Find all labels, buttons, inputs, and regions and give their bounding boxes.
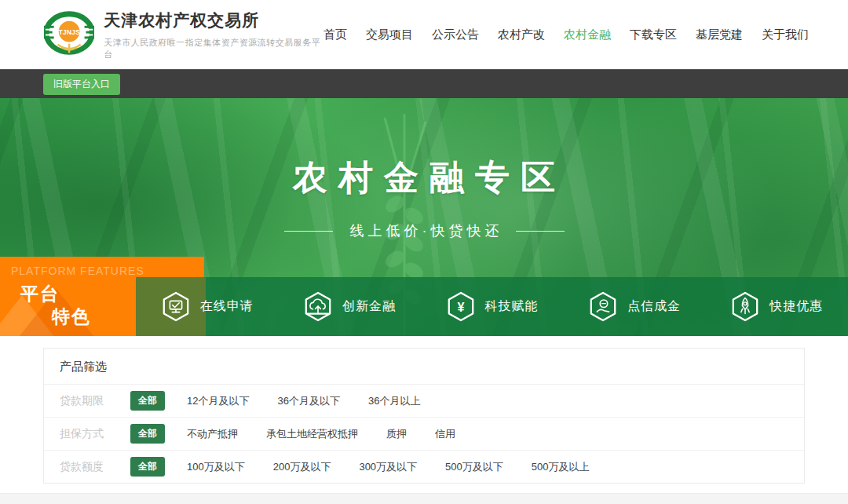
subtitle-left-rule <box>284 231 333 232</box>
tech-empowerment-icon: ¥ <box>446 290 476 323</box>
filter-card-title: 产品筛选 <box>44 349 804 384</box>
filter-all-button[interactable]: 全部 <box>130 457 165 477</box>
product-filter-card: 产品筛选 贷款期限 全部 12个月及以下 36个月及以下 36个月以上 担保方式… <box>43 348 805 484</box>
subtitle-right-rule <box>516 231 565 232</box>
filter-option[interactable]: 36个月以上 <box>368 394 420 408</box>
brand-text: 天津农村产权交易所 天津市人民政府唯一指定集体资产资源流转交易服务平台 <box>104 9 323 60</box>
feature-label: 点信成金 <box>627 298 681 315</box>
filter-option[interactable]: 500万及以上 <box>532 460 590 474</box>
topbar: 旧版平台入口 <box>0 69 848 98</box>
logo-abbr: TJNJS <box>58 28 79 36</box>
nav-item-rural-finance[interactable]: 农村金融 <box>564 27 611 42</box>
filter-option[interactable]: 承包土地经营权抵押 <box>266 427 358 441</box>
filter-all-button[interactable]: 全部 <box>130 424 165 444</box>
yen-glyph: ¥ <box>457 300 464 314</box>
nav-item-announcements[interactable]: 公示公告 <box>432 27 479 42</box>
site-header: TJNJS 天津农村产权交易所 天津市人民政府唯一指定集体资产资源流转交易服务平… <box>0 0 848 69</box>
feature-label: 科技赋能 <box>485 298 539 315</box>
page: TJNJS 天津农村产权交易所 天津市人民政府唯一指定集体资产资源流转交易服务平… <box>0 0 848 504</box>
nav-item-download-zone[interactable]: 下载专区 <box>630 27 677 42</box>
filter-row-label: 贷款期限 <box>60 394 116 408</box>
main-nav: 首页 交易项目 公示公告 农村产改 农村金融 下载专区 基层党建 关于我们 <box>323 27 809 42</box>
feature-label: 在线申请 <box>200 298 254 315</box>
hero-title: 农村金融专区 <box>0 98 848 201</box>
feature-innovative-finance[interactable]: 创新金融 <box>278 277 420 336</box>
feature-label: 快捷优惠 <box>769 298 823 315</box>
filter-row-guarantee-method: 担保方式 全部 不动产抵押 承包土地经营权抵押 质押 信用 <box>44 417 804 450</box>
filter-row-loan-term: 贷款期限 全部 12个月及以下 36个月及以下 36个月以上 <box>44 384 804 417</box>
feature-label: 创新金融 <box>342 298 396 315</box>
filter-option[interactable]: 36个月及以下 <box>277 394 339 408</box>
filter-row-label: 担保方式 <box>60 427 116 441</box>
filter-option[interactable]: 300万及以下 <box>359 460 417 474</box>
platform-features-eyebrow: PLATFORM FEATURES <box>11 265 144 277</box>
nav-item-home[interactable]: 首页 <box>323 27 347 42</box>
quick-discount-icon <box>730 290 760 323</box>
online-apply-icon <box>161 290 191 323</box>
filter-option[interactable]: 质押 <box>386 427 407 441</box>
innovative-finance-icon <box>303 290 333 323</box>
hero-subtitle-row: 线上低价·快贷快还 <box>0 221 848 240</box>
hero-banner: 农村金融专区 线上低价·快贷快还 PLATFORM FEATURES 平台 特色 <box>0 98 848 336</box>
nav-item-rural-reform[interactable]: 农村产改 <box>498 27 545 42</box>
features-title-line2: 特色 <box>52 305 91 329</box>
filter-option[interactable]: 200万及以下 <box>273 460 331 474</box>
feature-quick-discount[interactable]: 快捷优惠 <box>706 277 848 336</box>
filter-option[interactable]: 不动产抵押 <box>187 427 238 441</box>
old-platform-entry-button[interactable]: 旧版平台入口 <box>43 74 120 95</box>
hero-subtitle: 线上低价·快贷快还 <box>350 221 503 240</box>
footer-strip <box>0 493 848 504</box>
filter-row-label: 贷款额度 <box>60 460 116 474</box>
feature-tech-empowerment[interactable]: ¥ 科技赋能 <box>421 277 563 336</box>
filter-option[interactable]: 100万及以下 <box>187 460 245 474</box>
filter-row-loan-amount: 贷款额度 全部 100万及以下 200万及以下 300万及以下 500万及以下 … <box>44 450 804 483</box>
credit-to-gold-icon <box>588 290 618 323</box>
features-title-line1: 平台 <box>20 282 60 306</box>
tjnjs-logo-icon: TJNJS <box>44 11 94 58</box>
nav-item-about-us[interactable]: 关于我们 <box>762 27 809 42</box>
filter-option[interactable]: 500万及以下 <box>445 460 503 474</box>
filter-option[interactable]: 信用 <box>435 427 455 441</box>
feature-online-apply[interactable]: 在线申请 <box>136 277 278 336</box>
site-title: 天津农村产权交易所 <box>104 9 323 31</box>
filter-all-button[interactable]: 全部 <box>130 391 165 411</box>
site-subtitle: 天津市人民政府唯一指定集体资产资源流转交易服务平台 <box>104 37 323 60</box>
features-nav: 在线申请 创新金融 ¥ 科技赋能 <box>136 277 848 336</box>
feature-credit-to-gold[interactable]: 点信成金 <box>563 277 705 336</box>
filter-option[interactable]: 12个月及以下 <box>187 394 249 408</box>
nav-item-trade-projects[interactable]: 交易项目 <box>366 27 413 42</box>
nav-item-party-building[interactable]: 基层党建 <box>696 27 743 42</box>
brand[interactable]: TJNJS 天津农村产权交易所 天津市人民政府唯一指定集体资产资源流转交易服务平… <box>44 9 323 60</box>
